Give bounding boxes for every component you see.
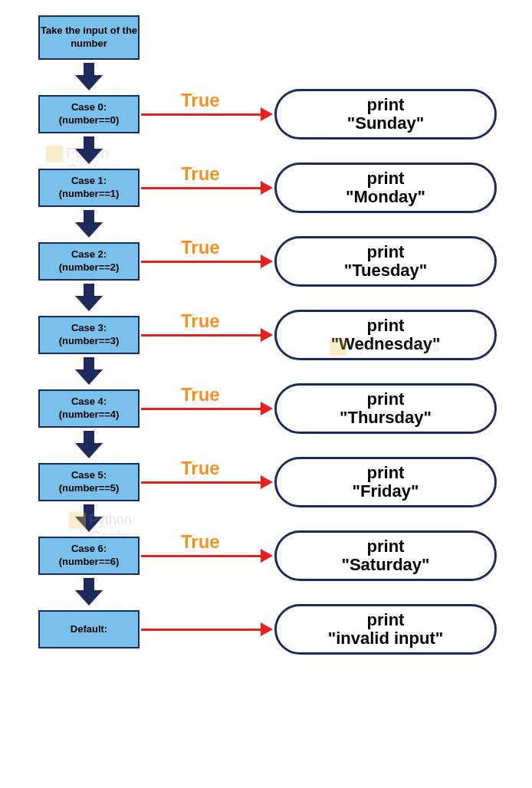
output-text: "Monday" (346, 188, 425, 206)
output-node-sunday: print "Sunday" (274, 89, 497, 140)
edge-label-true: True (181, 163, 220, 185)
case-condition: (number==6) (59, 556, 120, 569)
right-arrow-icon (141, 334, 262, 337)
input-node: Take the input of the number (38, 15, 140, 60)
output-node-saturday: print "Saturday" (274, 530, 497, 581)
output-node-invalid: print "invalid input" (274, 604, 497, 655)
edge-label-true: True (181, 90, 220, 111)
right-arrow-icon (141, 113, 262, 116)
edge-label-true: True (181, 531, 220, 553)
flowchart-container: Take the input of the number Python Geek… (0, 0, 532, 788)
output-text: print (367, 317, 405, 335)
case-node-3: Case 3: (number==3) (38, 316, 140, 354)
case-label: Case 4: (71, 396, 107, 409)
output-text: "Thursday" (340, 409, 432, 427)
output-text: print (367, 464, 405, 482)
case-label: Case 3: (71, 322, 107, 335)
output-text: print (367, 611, 405, 629)
output-text: "Tuesday" (344, 261, 428, 280)
input-node-text: Take the input of the number (40, 25, 138, 51)
output-node-friday: print "Friday" (274, 457, 497, 507)
right-arrow-icon (141, 629, 262, 631)
output-text: "invalid input" (328, 629, 443, 648)
case-node-2: Case 2: (number==2) (38, 242, 140, 281)
output-text: "Friday" (353, 482, 419, 501)
right-arrow-icon (141, 481, 262, 484)
case-label: Case 1: (71, 175, 107, 188)
edge-label-true: True (181, 237, 220, 258)
output-text: "Sunday" (347, 114, 424, 133)
default-node: Default: (38, 610, 140, 648)
case-condition: (number==5) (59, 482, 120, 495)
output-text: print (367, 96, 405, 114)
output-text: print (367, 169, 405, 188)
output-node-tuesday: print "Tuesday" (274, 236, 497, 287)
case-condition: (number==4) (59, 409, 120, 422)
default-label: Default: (71, 623, 107, 636)
edge-label-true: True (181, 384, 220, 405)
case-condition: (number==1) (59, 188, 120, 201)
case-node-1: Case 1: (number==1) (38, 169, 140, 207)
case-node-4: Case 4: (number==4) (38, 389, 140, 428)
edge-label-true: True (181, 458, 220, 479)
case-condition: (number==3) (59, 335, 120, 348)
case-label: Case 0: (71, 101, 107, 114)
case-label: Case 5: (71, 469, 107, 482)
output-node-wednesday: print "Wednesday" (274, 310, 497, 360)
edge-label-true: True (181, 310, 220, 332)
case-node-5: Case 5: (number==5) (38, 463, 140, 501)
output-text: "Wednesday" (331, 335, 441, 353)
output-node-thursday: print "Thursday" (274, 383, 497, 434)
right-arrow-icon (141, 187, 262, 189)
output-text: print (367, 390, 405, 409)
output-text: print (367, 537, 405, 556)
output-text: "Saturday" (341, 556, 429, 574)
case-condition: (number==0) (59, 114, 120, 127)
right-arrow-icon (141, 261, 262, 263)
case-label: Case 2: (71, 248, 107, 261)
right-arrow-icon (141, 408, 262, 410)
right-arrow-icon (141, 555, 262, 557)
output-text: print (367, 243, 405, 261)
output-node-monday: print "Monday" (274, 163, 497, 213)
case-condition: (number==2) (59, 261, 120, 274)
case-label: Case 6: (71, 543, 107, 556)
case-node-6: Case 6: (number==6) (38, 537, 140, 575)
case-node-0: Case 0: (number==0) (38, 95, 140, 133)
